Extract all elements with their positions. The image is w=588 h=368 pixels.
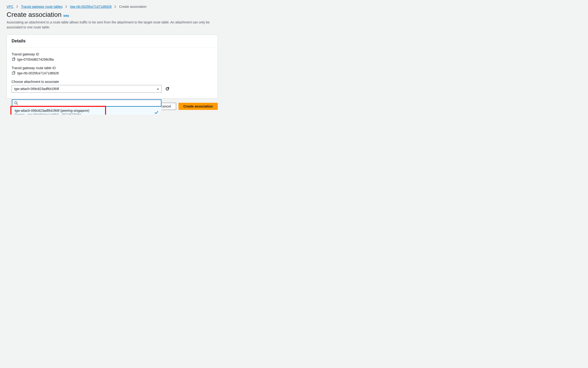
attachment-dropdown: tgw-attach-099c823adf641f69f (peering-si… — [12, 99, 162, 115]
chevron-right-icon — [16, 5, 18, 8]
page-description: Associating an attachment to a route tab… — [7, 20, 210, 30]
breadcrumb-tgw-rtb-list[interactable]: Transit gateway route tables — [21, 5, 63, 9]
attachment-selected-value: tgw-attach-099c823adf641f69f — [14, 87, 59, 91]
copy-icon[interactable] — [12, 71, 15, 75]
svg-rect-1 — [12, 72, 14, 74]
breadcrumb-vpc[interactable]: VPC — [7, 5, 13, 9]
search-icon — [14, 101, 18, 105]
details-panel: Details Transit gateway ID tgw-07054d827… — [7, 35, 218, 99]
copy-icon[interactable] — [12, 57, 15, 61]
field-rtb-id: Transit gateway route table ID tgw-rtb-0… — [12, 66, 213, 75]
rtb-id-value: tgw-rtb-0025fce71471d6928 — [17, 71, 59, 75]
info-link[interactable]: Info — [63, 14, 69, 18]
rtb-id-label: Transit gateway route table ID — [12, 66, 213, 70]
chevron-right-icon — [65, 5, 67, 8]
dropdown-search[interactable] — [12, 100, 162, 107]
field-tgw-id: Transit gateway ID tgw-07054d8274298cf8a — [12, 52, 213, 61]
panel-header: Details — [7, 35, 217, 48]
field-attachment: Choose attachment to associate tgw-attac… — [12, 80, 213, 92]
svg-point-2 — [15, 101, 17, 104]
dropdown-item-peering-singapore[interactable]: tgw-attach-099c823adf641f69f (peering-si… — [12, 107, 162, 115]
attach-label: Choose attachment to associate — [12, 80, 213, 83]
panel-title: Details — [12, 39, 213, 44]
tgw-id-label: Transit gateway ID — [12, 52, 213, 56]
page-title-row: Create association Info — [7, 11, 325, 18]
refresh-button[interactable] — [165, 86, 170, 91]
dropdown-item-sub: Peering tgw-00bc80cbce1cdd54f 9871063750… — [15, 113, 159, 115]
chevron-right-icon — [114, 5, 116, 8]
dropdown-item-title: tgw-attach-099c823adf641f69f (peering-si… — [15, 109, 159, 112]
page-title: Create association — [7, 11, 62, 18]
svg-rect-0 — [12, 58, 14, 61]
breadcrumb: VPC Transit gateway route tables tgw-rtb… — [7, 5, 325, 9]
breadcrumb-tgw-rtb-id[interactable]: tgw-rtb-0025fce71471d6928 — [70, 5, 111, 9]
svg-line-3 — [17, 104, 18, 105]
create-association-button[interactable]: Create association — [179, 103, 218, 110]
attachment-select[interactable]: tgw-attach-099c823adf641f69f — [12, 85, 162, 92]
breadcrumb-current: Create association — [119, 5, 146, 9]
check-icon — [154, 110, 159, 115]
dropdown-search-input[interactable] — [19, 101, 159, 105]
caret-up-icon — [157, 88, 159, 90]
tgw-id-value: tgw-07054d8274298cf8a — [17, 57, 54, 61]
